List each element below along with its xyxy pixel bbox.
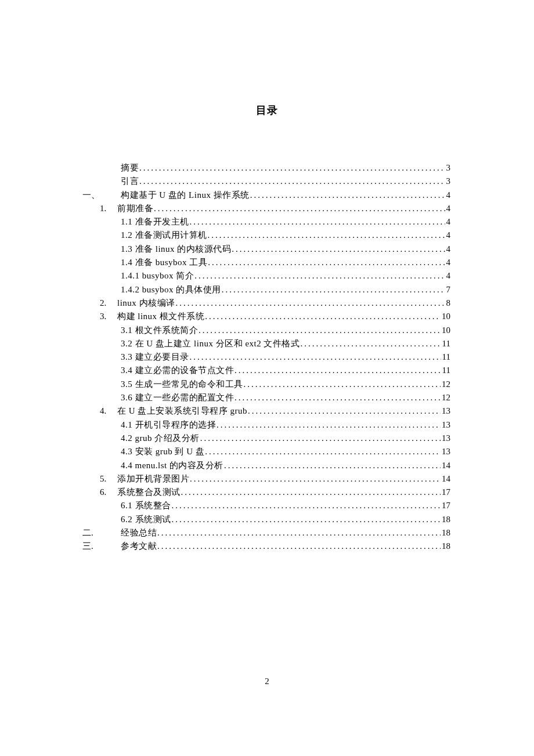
- toc-entry: —引言3: [82, 175, 450, 188]
- toc-leader-dots: [175, 296, 445, 310]
- toc-leader-dots: [216, 418, 441, 432]
- toc-entry-label: 6.1 系统整合: [121, 499, 171, 512]
- toc-entry-page: 3: [445, 175, 451, 188]
- toc-entry: —4.2 grub 介绍及分析13: [82, 432, 450, 445]
- toc-entry: —6.2 系统测试18: [82, 513, 450, 526]
- toc-entry: —摘要3: [82, 161, 450, 175]
- toc-entry-page: 10: [441, 324, 450, 337]
- toc-entry-page: 18: [441, 540, 450, 553]
- toc-entry-label: 1.2 准备测试用计算机: [121, 229, 207, 242]
- toc-entry-label: 4.3 安装 grub 到 U 盘: [121, 445, 204, 458]
- toc-leader-dots: [189, 215, 445, 229]
- toc-entry: 2.linux 内核编译8: [100, 296, 450, 310]
- toc-leader-dots: [207, 229, 445, 242]
- toc-entry-label: 4.4 menu.lst 的内容及分析: [121, 459, 223, 472]
- toc-entry-label: 4.2 grub 介绍及分析: [121, 432, 200, 445]
- toc-entry-page: 17: [441, 499, 450, 512]
- toc-entry-label: 参考文献: [121, 540, 157, 553]
- toc-entry-label: 3.6 建立一些必需的配置文件: [121, 391, 234, 404]
- toc-entry-number: 1.: [100, 202, 117, 215]
- toc-entry-label: 在 U 盘上安装系统引导程序 grub: [117, 404, 247, 418]
- toc-entry-number: 5.: [100, 472, 117, 486]
- toc-leader-dots: [204, 310, 441, 323]
- toc-entry: —4.1 开机引导程序的选择13: [82, 418, 450, 432]
- toc-entry-label: 3.5 生成一些常见的命令和工具: [121, 378, 243, 391]
- toc-entry-number: 二.: [82, 526, 121, 540]
- toc-entry: —3.3 建立必要目录11: [82, 350, 450, 364]
- toc-entry-page: 13: [441, 404, 450, 418]
- toc-leader-dots: [231, 243, 445, 256]
- toc-entry: —1.4.1 busybox 简介4: [82, 269, 450, 283]
- toc-entry-number: 2.: [100, 296, 117, 310]
- toc-entry-page: 4: [445, 202, 451, 215]
- toc-entry-page: 11: [441, 337, 450, 350]
- toc-entry-label: 3.4 建立必需的设备节点文件: [121, 364, 234, 377]
- toc-entry: —1.4 准备 busybox 工具4: [82, 256, 450, 269]
- toc-entry: 6. 系统整合及测试17: [100, 486, 450, 499]
- toc-entry: 三.参考文献18: [82, 540, 450, 553]
- toc-leader-dots: [250, 189, 445, 202]
- toc-entry: 1.前期准备4: [100, 202, 450, 215]
- toc-leader-dots: [223, 459, 441, 472]
- toc-entry-label: 构建基于 U 盘的 Linux 操作系统: [121, 189, 250, 202]
- toc-entry: —6.1 系统整合17: [82, 499, 450, 512]
- toc-entry-page: 4: [445, 189, 451, 202]
- toc-entry: 二.经验总结18: [82, 526, 450, 540]
- toc-entry-number: 三.: [82, 540, 121, 553]
- toc-entry-label: 摘要: [121, 161, 139, 175]
- toc-entry: —4.3 安装 grub 到 U 盘13: [82, 445, 450, 458]
- toc-entry-number: 一、: [82, 189, 121, 202]
- toc-entry-page: 7: [445, 283, 451, 296]
- toc-entry: —3.5 生成一些常见的命令和工具12: [82, 378, 450, 391]
- toc-entry: —3.2 在 U 盘上建立 linux 分区和 ext2 文件格式11: [82, 337, 450, 350]
- toc-entry-page: 4: [445, 256, 451, 269]
- toc-entry-page: 3: [445, 161, 451, 175]
- toc-entry: —1.4.2 busybox 的具体使用7: [82, 283, 450, 296]
- toc-entry-page: 4: [445, 215, 451, 229]
- toc-leader-dots: [247, 404, 441, 418]
- toc-leader-dots: [171, 499, 441, 512]
- page-number: 2: [0, 677, 534, 686]
- toc-leader-dots: [204, 445, 441, 458]
- toc-entry-page: 14: [441, 459, 450, 472]
- toc-entry-number: 6.: [100, 486, 117, 499]
- toc-entry: 3.构建 linux 根文件系统10: [100, 310, 450, 323]
- toc-leader-dots: [207, 256, 445, 269]
- toc-entry-label: 4.1 开机引导程序的选择: [121, 418, 216, 432]
- toc-entry: 4.在 U 盘上安装系统引导程序 grub13: [100, 404, 450, 418]
- toc-entry-page: 4: [445, 243, 451, 256]
- toc-entry-label: 构建 linux 根文件系统: [117, 310, 204, 323]
- toc-title: 目录: [0, 103, 534, 117]
- toc-leader-dots: [139, 175, 445, 188]
- toc-entry-number: 3.: [100, 310, 117, 323]
- toc-leader-dots: [234, 364, 441, 377]
- toc-leader-dots: [300, 337, 441, 350]
- toc-entry-page: 17: [441, 486, 450, 499]
- toc-entry-page: 18: [441, 513, 450, 526]
- toc-entry-page: 11: [441, 350, 450, 364]
- toc-entry-label: 前期准备: [117, 202, 153, 215]
- toc-leader-dots: [221, 283, 445, 296]
- toc-entry-label: 1.1 准备开发主机: [121, 215, 189, 229]
- toc-entry-page: 12: [441, 378, 450, 391]
- toc-entry: —1.2 准备测试用计算机4: [82, 229, 450, 242]
- toc-entry-page: 18: [441, 526, 450, 540]
- toc-leader-dots: [194, 269, 445, 283]
- toc-leader-dots: [139, 161, 445, 175]
- toc-entry: —1.3 准备 linux 的内核源代码4: [82, 243, 450, 256]
- table-of-contents: —摘要3—引言3一、构建基于 U 盘的 Linux 操作系统41.前期准备4—1…: [82, 161, 450, 554]
- toc-entry-label: 系统整合及测试: [117, 486, 181, 499]
- toc-entry: —3.6 建立一些必需的配置文件12: [82, 391, 450, 404]
- toc-entry: —1.1 准备开发主机4: [82, 215, 450, 229]
- toc-leader-dots: [243, 378, 441, 391]
- toc-entry: 5.添加开机背景图片14: [100, 472, 450, 486]
- toc-entry-label: 1.4.1 busybox 简介: [121, 269, 194, 283]
- toc-entry-label: 6.2 系统测试: [121, 513, 171, 526]
- toc-leader-dots: [189, 350, 441, 364]
- toc-entry-page: 8: [445, 296, 451, 310]
- toc-leader-dots: [181, 486, 441, 499]
- toc-entry-page: 14: [441, 472, 450, 486]
- toc-entry-label: 经验总结: [121, 526, 157, 540]
- toc-entry-label: 1.4 准备 busybox 工具: [121, 256, 207, 269]
- toc-entry-label: 1.4.2 busybox 的具体使用: [121, 283, 221, 296]
